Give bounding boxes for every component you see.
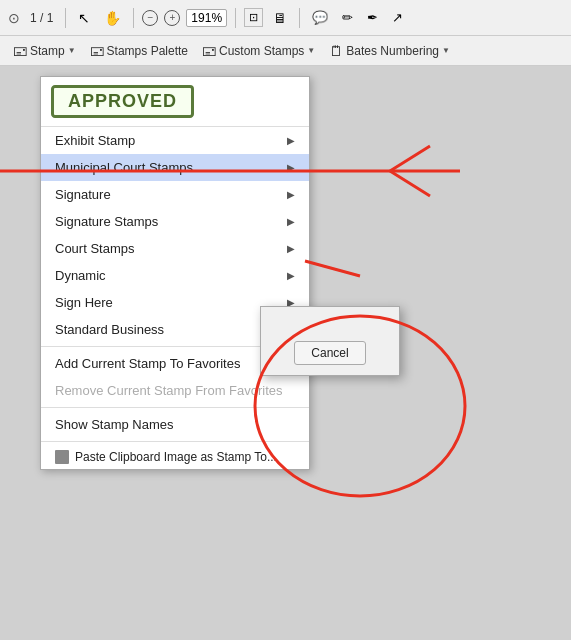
- stamp-button[interactable]: 🖃 Stamp ▼: [8, 41, 81, 61]
- edit-icon[interactable]: ✏: [338, 8, 357, 27]
- approved-stamp: APPROVED: [51, 85, 194, 118]
- remove-from-favorites-label: Remove Current Stamp From Favorites: [55, 383, 283, 398]
- divider1: [65, 8, 66, 28]
- custom-stamps-icon: 🖃: [202, 43, 216, 59]
- exhibit-stamp-label: Exhibit Stamp: [55, 133, 135, 148]
- bates-label: Bates Numbering: [346, 44, 439, 58]
- stamp-dropdown-arrow: ▼: [68, 46, 76, 55]
- show-stamp-names-item[interactable]: Show Stamp Names: [41, 411, 309, 438]
- stamps-palette-label: Stamps Palette: [107, 44, 188, 58]
- dynamic-item[interactable]: Dynamic ▶: [41, 262, 309, 289]
- divider2: [133, 8, 134, 28]
- zoom-level[interactable]: 191%: [186, 9, 227, 27]
- main-content: APPROVED Exhibit Stamp ▶ Municipal Court…: [0, 66, 571, 640]
- main-toolbar: ⊙ 1 / 1 ↖ ✋ − + 191% ⊡ 🖥 💬 ✏ ✒ ↗: [0, 0, 571, 36]
- cancel-button[interactable]: Cancel: [294, 341, 365, 365]
- sign-here-label: Sign Here: [55, 295, 113, 310]
- stamp-preview-area: APPROVED: [41, 77, 309, 127]
- show-stamp-names-label: Show Stamp Names: [55, 417, 174, 432]
- bates-icon: 🗒: [329, 43, 343, 59]
- signature-stamps-label: Signature Stamps: [55, 214, 158, 229]
- paste-icon: [55, 450, 69, 464]
- divider4: [299, 8, 300, 28]
- dynamic-arrow: ▶: [287, 270, 295, 281]
- court-stamps-arrow: ▶: [287, 243, 295, 254]
- zoom-in-icon[interactable]: +: [164, 10, 180, 26]
- divider3: [235, 8, 236, 28]
- custom-stamps-label: Custom Stamps: [219, 44, 304, 58]
- stamps-palette-icon: 🖃: [90, 43, 104, 59]
- arrow-tool[interactable]: ↖: [74, 8, 94, 28]
- monitor-icon[interactable]: 🖥: [269, 8, 291, 28]
- divider-b: [41, 407, 309, 408]
- stamps-toolbar: 🖃 Stamp ▼ 🖃 Stamps Palette 🖃 Custom Stam…: [0, 36, 571, 66]
- divider-c: [41, 441, 309, 442]
- add-to-favorites-label: Add Current Stamp To Favorites: [55, 356, 240, 371]
- court-stamps-item[interactable]: Court Stamps ▶: [41, 235, 309, 262]
- svg-line-1: [305, 261, 360, 276]
- stamp-label: Stamp: [30, 44, 65, 58]
- custom-stamps-button[interactable]: 🖃 Custom Stamps ▼: [197, 41, 320, 61]
- exhibit-stamp-item[interactable]: Exhibit Stamp ▶: [41, 127, 309, 154]
- bates-numbering-button[interactable]: 🗒 Bates Numbering ▼: [324, 41, 455, 61]
- signature-stamps-item[interactable]: Signature Stamps ▶: [41, 208, 309, 235]
- court-stamps-label: Court Stamps: [55, 241, 134, 256]
- fit-page-icon[interactable]: ⊡: [244, 8, 263, 27]
- cancel-dialog: Cancel: [260, 306, 400, 376]
- municipal-court-stamps-arrow: ▶: [287, 162, 295, 173]
- bates-dropdown-arrow: ▼: [442, 46, 450, 55]
- exhibit-stamp-arrow: ▶: [287, 135, 295, 146]
- hand-tool[interactable]: ✋: [100, 8, 125, 28]
- comment-icon[interactable]: 💬: [308, 8, 332, 27]
- dynamic-label: Dynamic: [55, 268, 106, 283]
- paste-clipboard-label: Paste Clipboard Image as Stamp To...: [75, 450, 277, 464]
- signature-label: Signature: [55, 187, 111, 202]
- standard-business-label: Standard Business: [55, 322, 164, 337]
- paste-clipboard-item[interactable]: Paste Clipboard Image as Stamp To...: [41, 445, 309, 469]
- back-icon[interactable]: ⊙: [8, 10, 20, 26]
- signature-arrow: ▶: [287, 189, 295, 200]
- sign-icon[interactable]: ✒: [363, 8, 382, 27]
- signature-stamps-arrow: ▶: [287, 216, 295, 227]
- stamp-dropdown-menu: APPROVED Exhibit Stamp ▶ Municipal Court…: [40, 76, 310, 470]
- stamp-icon: 🖃: [13, 43, 27, 59]
- municipal-court-stamps-item[interactable]: Municipal Court Stamps ▶: [41, 154, 309, 181]
- municipal-court-stamps-label: Municipal Court Stamps: [55, 160, 193, 175]
- signature-item[interactable]: Signature ▶: [41, 181, 309, 208]
- page-info: 1 / 1: [26, 11, 57, 25]
- remove-from-favorites-item: Remove Current Stamp From Favorites: [41, 377, 309, 404]
- stamps-palette-button[interactable]: 🖃 Stamps Palette: [85, 41, 193, 61]
- share-icon[interactable]: ↗: [388, 8, 407, 27]
- custom-stamps-dropdown-arrow: ▼: [307, 46, 315, 55]
- zoom-out-icon[interactable]: −: [142, 10, 158, 26]
